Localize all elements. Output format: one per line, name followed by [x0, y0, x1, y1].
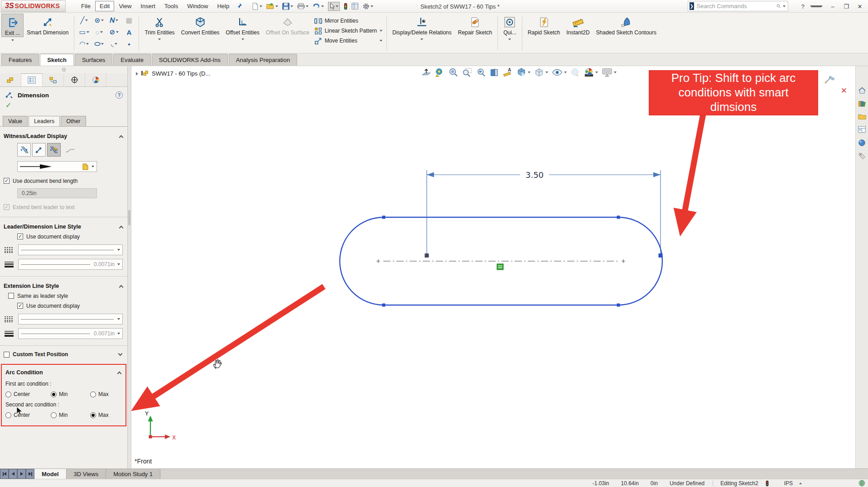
globe-icon[interactable]: [858, 480, 865, 487]
zoom-to-fit-button[interactable]: [448, 67, 458, 77]
offset-on-surface-button[interactable]: Offset On Surface: [263, 14, 313, 36]
smart-witness-button[interactable]: [47, 143, 61, 157]
first-center-radio[interactable]: Center: [5, 391, 51, 397]
bent-leader-button[interactable]: [32, 143, 46, 157]
help-caret[interactable]: [810, 5, 823, 7]
tab-addins[interactable]: SOLIDWORKS Add-Ins: [152, 54, 228, 66]
sketch-vertex[interactable]: [382, 216, 386, 219]
witness-leader-display-header[interactable]: Witness/Leader Display: [0, 127, 127, 141]
confirm-check-icon[interactable]: ✓: [0, 100, 127, 112]
configurationmanager-tab[interactable]: [43, 73, 64, 86]
offset-entities-button[interactable]: Offset Entities: [222, 14, 262, 36]
slot-tool[interactable]: ⬭: [94, 40, 104, 48]
previous-tab-button[interactable]: [9, 469, 17, 479]
extension-line-thickness-dropdown[interactable]: 0.0071in: [18, 328, 123, 339]
tab-surfaces[interactable]: Surfaces: [75, 54, 112, 66]
move-entities-button[interactable]: Move Entities: [313, 36, 384, 45]
help-button[interactable]: ?: [796, 3, 809, 10]
sketch-vertex[interactable]: [617, 304, 620, 307]
trim-flyout[interactable]: [141, 36, 178, 42]
second-center-radio[interactable]: Center: [5, 412, 51, 418]
new-document-button[interactable]: [251, 3, 262, 10]
tab-features[interactable]: Features: [1, 54, 39, 66]
displaymanager-tab[interactable]: [85, 73, 106, 86]
panel-drag-handle[interactable]: [0, 66, 127, 73]
extend-bent-leader-checkbox[interactable]: ✓ Extend bent leader to text: [0, 198, 127, 210]
rectangle-tool[interactable]: ▭: [79, 28, 89, 36]
dimension-text[interactable]: 3.50: [526, 170, 544, 180]
save-button[interactable]: [282, 3, 293, 10]
propertymanager-tab[interactable]: [21, 73, 43, 86]
file-explorer-icon[interactable]: [858, 113, 866, 120]
dimension-attach-point[interactable]: [659, 253, 663, 258]
circle-tool[interactable]: ⊙: [95, 16, 104, 24]
ellipse-tool[interactable]: ⊘: [110, 28, 119, 36]
quick-snaps-flyout[interactable]: [500, 36, 520, 42]
arc-tool[interactable]: ◠: [80, 40, 89, 48]
search-input[interactable]: [697, 3, 776, 10]
tab-evaluate[interactable]: Evaluate: [113, 54, 151, 66]
previous-view-button[interactable]: [476, 67, 486, 77]
tab-analysis-preparation[interactable]: Analysis Preparation: [229, 54, 297, 66]
graphics-area[interactable]: SWW17 - 60 Tips (D... A: [131, 66, 855, 468]
panel-splitter[interactable]: [128, 66, 131, 468]
sketch-canvas[interactable]: 3.50 Y X: [131, 66, 855, 468]
text-tool[interactable]: A: [126, 29, 131, 36]
tab-model[interactable]: Model: [34, 469, 67, 479]
tab-motion-study[interactable]: Motion Study 1: [106, 469, 160, 479]
units-selector[interactable]: IPS: [784, 480, 793, 487]
use-document-bend-length-checkbox[interactable]: ✓ Use document bend length: [0, 172, 127, 184]
repair-sketch-button[interactable]: Repair Sketch: [455, 14, 495, 36]
measure-button[interactable]: [435, 67, 445, 77]
status-selection-filter-icon[interactable]: [766, 480, 769, 487]
search-options-caret[interactable]: [783, 5, 786, 7]
spline-tool[interactable]: 𝑁: [110, 16, 118, 24]
tab-sketch[interactable]: Sketch: [40, 54, 74, 66]
hide-show-annotations-button[interactable]: A: [503, 67, 513, 77]
options-button[interactable]: [362, 3, 373, 10]
tree-expand-icon[interactable]: [136, 72, 138, 76]
search-icon[interactable]: [776, 2, 781, 10]
splitter-grip[interactable]: [128, 210, 130, 225]
convert-entities-button[interactable]: Convert Entities: [178, 14, 223, 36]
linear-pattern-caret[interactable]: [380, 30, 382, 32]
appearances-scenes-icon[interactable]: [858, 139, 866, 147]
menu-insert[interactable]: Insert: [136, 1, 160, 11]
leader-dimension-line-style-header[interactable]: Leader/Dimension Line Style: [0, 217, 127, 232]
design-library-icon[interactable]: [858, 100, 866, 107]
shaded-sketch-contours-button[interactable]: Shaded Sketch Contours: [593, 14, 660, 36]
menu-tools[interactable]: Tools: [160, 1, 183, 11]
apply-scene-button[interactable]: [584, 67, 598, 77]
feature-tree-root[interactable]: SWW17 - 60 Tips (D...: [136, 70, 210, 77]
quick-snaps-button[interactable]: Qui...: [500, 14, 520, 36]
next-tab-button[interactable]: [17, 469, 26, 479]
display-relations-flyout[interactable]: [389, 36, 455, 42]
extension-line-style-header[interactable]: Extension Line Style: [0, 277, 127, 291]
dimension-attach-point[interactable]: [425, 253, 429, 258]
minimize-button[interactable]: –: [826, 3, 839, 10]
close-button[interactable]: ✕: [854, 3, 866, 10]
instant2d-button[interactable]: Instant2D: [563, 14, 593, 36]
leader-line-style-dropdown[interactable]: [18, 244, 123, 255]
first-max-radio[interactable]: Max: [90, 391, 109, 397]
perimeter-circle-tool[interactable]: ◌: [95, 29, 103, 36]
undo-button[interactable]: [313, 3, 324, 10]
tab-value[interactable]: Value: [3, 116, 28, 126]
solidworks-resources-icon[interactable]: [858, 87, 866, 94]
dimxpertmanager-tab[interactable]: [64, 73, 85, 86]
view-orientation-button[interactable]: [516, 67, 530, 77]
menu-help[interactable]: Help: [212, 1, 234, 11]
offset-flyout[interactable]: [222, 36, 262, 42]
display-delete-relations-button[interactable]: Display/Delete Relations: [389, 14, 455, 36]
cancel-sketch-icon[interactable]: ✕: [841, 86, 847, 95]
point-tool[interactable]: ▪: [128, 40, 130, 48]
first-tab-button[interactable]: [0, 469, 9, 479]
restore-button[interactable]: ❐: [840, 3, 853, 10]
zoom-to-area-button[interactable]: [462, 67, 472, 77]
leader-line-thickness-dropdown[interactable]: 0.0071in: [18, 259, 123, 270]
units-caret[interactable]: [799, 482, 802, 484]
pin-menu-icon[interactable]: [236, 2, 242, 10]
open-document-button[interactable]: [266, 3, 278, 10]
menu-file[interactable]: File: [77, 1, 95, 11]
sketch-vertex[interactable]: [617, 216, 620, 219]
